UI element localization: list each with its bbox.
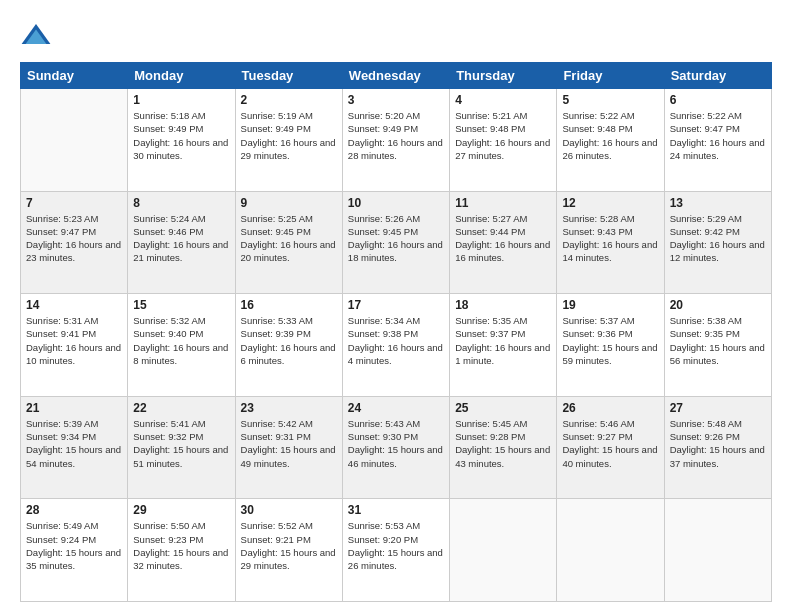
calendar-cell: 5Sunrise: 5:22 AM Sunset: 9:48 PM Daylig… xyxy=(557,89,664,192)
day-detail: Sunrise: 5:52 AM Sunset: 9:21 PM Dayligh… xyxy=(241,519,337,572)
calendar-cell: 7Sunrise: 5:23 AM Sunset: 9:47 PM Daylig… xyxy=(21,191,128,294)
calendar-cell: 26Sunrise: 5:46 AM Sunset: 9:27 PM Dayli… xyxy=(557,396,664,499)
calendar-week-row: 1Sunrise: 5:18 AM Sunset: 9:49 PM Daylig… xyxy=(21,89,772,192)
calendar-cell: 1Sunrise: 5:18 AM Sunset: 9:49 PM Daylig… xyxy=(128,89,235,192)
calendar-cell: 21Sunrise: 5:39 AM Sunset: 9:34 PM Dayli… xyxy=(21,396,128,499)
day-number: 28 xyxy=(26,503,122,517)
day-number: 4 xyxy=(455,93,551,107)
calendar-cell: 23Sunrise: 5:42 AM Sunset: 9:31 PM Dayli… xyxy=(235,396,342,499)
day-number: 9 xyxy=(241,196,337,210)
calendar: SundayMondayTuesdayWednesdayThursdayFrid… xyxy=(20,62,772,602)
day-detail: Sunrise: 5:19 AM Sunset: 9:49 PM Dayligh… xyxy=(241,109,337,162)
day-number: 31 xyxy=(348,503,444,517)
header xyxy=(20,20,772,52)
day-detail: Sunrise: 5:29 AM Sunset: 9:42 PM Dayligh… xyxy=(670,212,766,265)
day-number: 10 xyxy=(348,196,444,210)
day-detail: Sunrise: 5:43 AM Sunset: 9:30 PM Dayligh… xyxy=(348,417,444,470)
calendar-cell: 24Sunrise: 5:43 AM Sunset: 9:30 PM Dayli… xyxy=(342,396,449,499)
day-number: 12 xyxy=(562,196,658,210)
day-detail: Sunrise: 5:46 AM Sunset: 9:27 PM Dayligh… xyxy=(562,417,658,470)
day-number: 7 xyxy=(26,196,122,210)
day-number: 14 xyxy=(26,298,122,312)
day-number: 3 xyxy=(348,93,444,107)
calendar-cell: 18Sunrise: 5:35 AM Sunset: 9:37 PM Dayli… xyxy=(450,294,557,397)
calendar-header-sunday: Sunday xyxy=(21,63,128,89)
day-detail: Sunrise: 5:41 AM Sunset: 9:32 PM Dayligh… xyxy=(133,417,229,470)
calendar-cell: 6Sunrise: 5:22 AM Sunset: 9:47 PM Daylig… xyxy=(664,89,771,192)
day-detail: Sunrise: 5:53 AM Sunset: 9:20 PM Dayligh… xyxy=(348,519,444,572)
day-number: 25 xyxy=(455,401,551,415)
day-number: 5 xyxy=(562,93,658,107)
day-detail: Sunrise: 5:34 AM Sunset: 9:38 PM Dayligh… xyxy=(348,314,444,367)
day-number: 27 xyxy=(670,401,766,415)
calendar-header-monday: Monday xyxy=(128,63,235,89)
logo-icon xyxy=(20,20,52,52)
day-detail: Sunrise: 5:22 AM Sunset: 9:48 PM Dayligh… xyxy=(562,109,658,162)
day-number: 29 xyxy=(133,503,229,517)
calendar-cell: 29Sunrise: 5:50 AM Sunset: 9:23 PM Dayli… xyxy=(128,499,235,602)
calendar-cell: 12Sunrise: 5:28 AM Sunset: 9:43 PM Dayli… xyxy=(557,191,664,294)
calendar-cell: 4Sunrise: 5:21 AM Sunset: 9:48 PM Daylig… xyxy=(450,89,557,192)
calendar-cell: 10Sunrise: 5:26 AM Sunset: 9:45 PM Dayli… xyxy=(342,191,449,294)
calendar-cell: 9Sunrise: 5:25 AM Sunset: 9:45 PM Daylig… xyxy=(235,191,342,294)
calendar-header-saturday: Saturday xyxy=(664,63,771,89)
calendar-cell xyxy=(450,499,557,602)
day-detail: Sunrise: 5:37 AM Sunset: 9:36 PM Dayligh… xyxy=(562,314,658,367)
calendar-week-row: 21Sunrise: 5:39 AM Sunset: 9:34 PM Dayli… xyxy=(21,396,772,499)
logo xyxy=(20,20,56,52)
calendar-cell: 14Sunrise: 5:31 AM Sunset: 9:41 PM Dayli… xyxy=(21,294,128,397)
day-number: 24 xyxy=(348,401,444,415)
day-detail: Sunrise: 5:38 AM Sunset: 9:35 PM Dayligh… xyxy=(670,314,766,367)
calendar-header-tuesday: Tuesday xyxy=(235,63,342,89)
day-detail: Sunrise: 5:35 AM Sunset: 9:37 PM Dayligh… xyxy=(455,314,551,367)
day-detail: Sunrise: 5:28 AM Sunset: 9:43 PM Dayligh… xyxy=(562,212,658,265)
day-number: 26 xyxy=(562,401,658,415)
day-number: 18 xyxy=(455,298,551,312)
day-number: 15 xyxy=(133,298,229,312)
day-detail: Sunrise: 5:48 AM Sunset: 9:26 PM Dayligh… xyxy=(670,417,766,470)
calendar-cell: 3Sunrise: 5:20 AM Sunset: 9:49 PM Daylig… xyxy=(342,89,449,192)
day-number: 21 xyxy=(26,401,122,415)
calendar-cell: 16Sunrise: 5:33 AM Sunset: 9:39 PM Dayli… xyxy=(235,294,342,397)
calendar-cell: 15Sunrise: 5:32 AM Sunset: 9:40 PM Dayli… xyxy=(128,294,235,397)
day-number: 8 xyxy=(133,196,229,210)
calendar-week-row: 7Sunrise: 5:23 AM Sunset: 9:47 PM Daylig… xyxy=(21,191,772,294)
day-detail: Sunrise: 5:18 AM Sunset: 9:49 PM Dayligh… xyxy=(133,109,229,162)
calendar-cell: 19Sunrise: 5:37 AM Sunset: 9:36 PM Dayli… xyxy=(557,294,664,397)
calendar-cell: 25Sunrise: 5:45 AM Sunset: 9:28 PM Dayli… xyxy=(450,396,557,499)
day-detail: Sunrise: 5:20 AM Sunset: 9:49 PM Dayligh… xyxy=(348,109,444,162)
day-detail: Sunrise: 5:39 AM Sunset: 9:34 PM Dayligh… xyxy=(26,417,122,470)
day-number: 30 xyxy=(241,503,337,517)
calendar-week-row: 14Sunrise: 5:31 AM Sunset: 9:41 PM Dayli… xyxy=(21,294,772,397)
page: SundayMondayTuesdayWednesdayThursdayFrid… xyxy=(0,0,792,612)
calendar-header-row: SundayMondayTuesdayWednesdayThursdayFrid… xyxy=(21,63,772,89)
day-detail: Sunrise: 5:25 AM Sunset: 9:45 PM Dayligh… xyxy=(241,212,337,265)
calendar-cell: 20Sunrise: 5:38 AM Sunset: 9:35 PM Dayli… xyxy=(664,294,771,397)
day-number: 17 xyxy=(348,298,444,312)
calendar-cell: 17Sunrise: 5:34 AM Sunset: 9:38 PM Dayli… xyxy=(342,294,449,397)
day-number: 23 xyxy=(241,401,337,415)
day-detail: Sunrise: 5:24 AM Sunset: 9:46 PM Dayligh… xyxy=(133,212,229,265)
calendar-cell: 28Sunrise: 5:49 AM Sunset: 9:24 PM Dayli… xyxy=(21,499,128,602)
calendar-header-thursday: Thursday xyxy=(450,63,557,89)
day-detail: Sunrise: 5:33 AM Sunset: 9:39 PM Dayligh… xyxy=(241,314,337,367)
day-number: 1 xyxy=(133,93,229,107)
day-detail: Sunrise: 5:23 AM Sunset: 9:47 PM Dayligh… xyxy=(26,212,122,265)
day-detail: Sunrise: 5:45 AM Sunset: 9:28 PM Dayligh… xyxy=(455,417,551,470)
calendar-header-wednesday: Wednesday xyxy=(342,63,449,89)
day-detail: Sunrise: 5:31 AM Sunset: 9:41 PM Dayligh… xyxy=(26,314,122,367)
calendar-cell: 11Sunrise: 5:27 AM Sunset: 9:44 PM Dayli… xyxy=(450,191,557,294)
calendar-cell: 27Sunrise: 5:48 AM Sunset: 9:26 PM Dayli… xyxy=(664,396,771,499)
day-number: 2 xyxy=(241,93,337,107)
calendar-cell: 13Sunrise: 5:29 AM Sunset: 9:42 PM Dayli… xyxy=(664,191,771,294)
day-detail: Sunrise: 5:49 AM Sunset: 9:24 PM Dayligh… xyxy=(26,519,122,572)
day-detail: Sunrise: 5:32 AM Sunset: 9:40 PM Dayligh… xyxy=(133,314,229,367)
calendar-header-friday: Friday xyxy=(557,63,664,89)
calendar-cell xyxy=(21,89,128,192)
day-detail: Sunrise: 5:26 AM Sunset: 9:45 PM Dayligh… xyxy=(348,212,444,265)
day-detail: Sunrise: 5:27 AM Sunset: 9:44 PM Dayligh… xyxy=(455,212,551,265)
day-number: 19 xyxy=(562,298,658,312)
day-number: 11 xyxy=(455,196,551,210)
calendar-cell xyxy=(664,499,771,602)
calendar-cell: 22Sunrise: 5:41 AM Sunset: 9:32 PM Dayli… xyxy=(128,396,235,499)
